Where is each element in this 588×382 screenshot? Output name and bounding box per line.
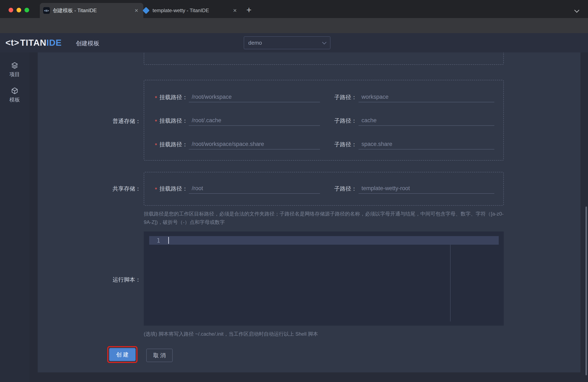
chevron-down-icon: [322, 40, 326, 44]
storage-group-cutoff: [144, 52, 504, 65]
mount-path-label: 挂载路径：: [159, 185, 189, 192]
required-mark: *: [155, 93, 159, 101]
browser-tab-inactive[interactable]: template-wetty - TitanIDE ×: [139, 3, 242, 18]
sub-path-input[interactable]: workspace: [358, 92, 494, 102]
create-button[interactable]: 创 建: [109, 348, 136, 361]
tab-close-icon[interactable]: ×: [133, 7, 140, 14]
sidebar-item-templates[interactable]: 模板: [0, 87, 29, 103]
mount-path-input[interactable]: /root/workspace: [189, 92, 320, 102]
sub-path-label: 子路径：: [333, 93, 357, 101]
window-minimize-button[interactable]: [17, 8, 21, 12]
new-tab-button[interactable]: +: [244, 5, 253, 15]
mount-path-value: /root/workspace: [192, 94, 232, 100]
app-header: <t> TITAN IDE 创建模板 demo ? 演: [0, 33, 588, 52]
editor-line-number: 1: [155, 237, 161, 244]
script-code-editor[interactable]: 1: [144, 231, 504, 326]
sub-path-value: space.share: [361, 141, 392, 147]
titanide-favicon: <t>: [43, 7, 50, 14]
logo-accent: IDE: [46, 38, 62, 48]
editor-cursor: [168, 237, 169, 244]
sub-path-value: template-wetty-root: [361, 185, 410, 192]
editor-column-ruler: [450, 245, 451, 321]
layers-icon: [11, 62, 19, 69]
required-mark: *: [155, 185, 159, 193]
run-script-label: 运行脚本：: [84, 276, 141, 283]
logo-mark: <t>: [5, 38, 19, 48]
shared-storage-label: 共享存储：: [84, 185, 141, 192]
sub-path-label: 子路径：: [333, 185, 357, 192]
browser-toolbar: try.titanide.cn/ide/web/workspace/templa…: [0, 18, 588, 33]
sub-path-value: workspace: [361, 94, 389, 100]
mount-path-value: /root/.cache: [192, 117, 221, 124]
normal-storage-group: * 挂载路径： /root/workspace 子路径： workspace *…: [144, 80, 504, 161]
window-zoom-button[interactable]: [24, 8, 29, 12]
titanide-logo: <t> TITAN IDE: [5, 38, 62, 48]
storage-row: * 挂载路径： /root/workspace 子路径： workspace: [144, 91, 503, 104]
tab-close-icon[interactable]: ×: [231, 7, 238, 14]
mount-path-label: 挂载路径：: [159, 141, 189, 148]
workspace-select[interactable]: demo: [244, 36, 331, 49]
sidebar-item-projects[interactable]: 项目: [0, 62, 29, 78]
storage-row: * 挂载路径： /root/.cache 子路径： cache: [144, 114, 503, 127]
cancel-button[interactable]: 取 消: [146, 349, 173, 362]
sub-path-input[interactable]: template-wetty-root: [358, 184, 494, 194]
storage-row: * 挂载路径： /root/workspace/space.share 子路径：…: [144, 138, 503, 151]
required-mark: *: [155, 140, 159, 149]
tab-title: template-wetty - TitanIDE: [152, 8, 229, 13]
template-favicon: [143, 7, 150, 14]
window-close-button[interactable]: [9, 8, 13, 12]
tab-title: 创建模板 - TitanIDE: [53, 7, 130, 14]
page-scrollbar[interactable]: [586, 206, 587, 375]
logo-main: TITAN: [20, 38, 46, 48]
mount-path-value: /root: [192, 185, 203, 192]
mount-path-input[interactable]: /root/workspace/space.share: [189, 139, 320, 150]
mount-path-value: /root/workspace/space.share: [192, 141, 264, 147]
sub-path-label: 子路径：: [333, 141, 357, 148]
sub-path-input[interactable]: cache: [358, 116, 494, 126]
browser-tab-strip: <t> 创建模板 - TitanIDE × template-wetty - T…: [0, 0, 588, 18]
cube-icon: [11, 87, 19, 94]
page-title: 创建模板: [76, 39, 99, 47]
editor-current-line-highlight: [149, 236, 499, 245]
mount-path-label: 挂载路径：: [159, 93, 189, 101]
mount-path-input[interactable]: /root/.cache: [189, 116, 320, 126]
path-help-text: 挂载路径是您的工作区目标路径，必须是合法的文件夹路径；子路径名是网络存储源子路径…: [144, 210, 504, 226]
required-mark: *: [155, 117, 159, 125]
sub-path-value: cache: [361, 117, 377, 124]
mount-path-input[interactable]: /root: [189, 184, 320, 194]
storage-row: * 挂载路径： /root 子路径： template-wetty-root: [144, 182, 503, 195]
script-help-text: (选填) 脚本将写入路径 ~/.cache/.init，当工作区启动时自动运行以…: [144, 331, 318, 337]
sub-path-input[interactable]: space.share: [358, 139, 494, 150]
mount-path-label: 挂载路径：: [159, 117, 189, 125]
workspace-select-value: demo: [248, 40, 323, 46]
browser-tab-active[interactable]: <t> 创建模板 - TitanIDE ×: [40, 3, 143, 18]
sidebar-item-label: 模板: [9, 96, 20, 103]
tab-overflow-chevron-icon[interactable]: [574, 8, 579, 13]
create-button-annotation: 创 建: [107, 346, 137, 363]
normal-storage-label: 普通存储：: [84, 117, 141, 125]
app-sidebar: 项目 模板: [0, 52, 29, 382]
sub-path-label: 子路径：: [333, 117, 357, 125]
shared-storage-group: * 挂载路径： /root 子路径： template-wetty-root: [144, 172, 504, 206]
sidebar-item-label: 项目: [9, 71, 20, 78]
